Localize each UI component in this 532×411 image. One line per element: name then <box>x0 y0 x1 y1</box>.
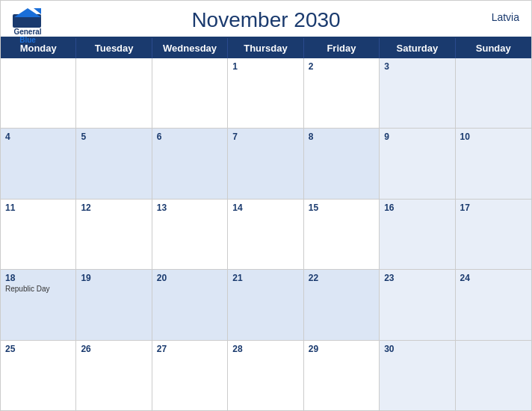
day-number: 20 <box>157 273 223 283</box>
day-cell: 11 <box>1 200 76 269</box>
day-header-wednesday: Wednesday <box>152 38 228 58</box>
day-number: 12 <box>81 203 146 213</box>
day-cell: 30 <box>380 341 455 410</box>
day-number: 27 <box>157 344 223 354</box>
day-cell: 21 <box>228 270 303 339</box>
logo-icon <box>13 7 43 28</box>
day-cell: 14 <box>228 200 303 269</box>
day-number: 2 <box>309 61 374 72</box>
calendar-header: General Blue November 2030 Latvia <box>1 1 531 37</box>
day-number: 29 <box>309 344 374 354</box>
day-number: 28 <box>232 344 298 354</box>
day-cell: 6 <box>152 129 228 198</box>
day-header-thursday: Thursday <box>228 38 303 58</box>
day-cell <box>456 58 531 128</box>
day-cell: 1 <box>228 58 303 128</box>
day-cell: 18Republic Day <box>1 270 76 339</box>
day-header-friday: Friday <box>304 38 380 58</box>
day-number: 16 <box>384 203 450 213</box>
day-number: 22 <box>309 273 374 283</box>
day-number: 7 <box>232 132 298 142</box>
day-number: 18 <box>5 273 71 283</box>
day-number: 5 <box>81 132 146 142</box>
week-row: 18Republic Day192021222324 <box>1 270 531 340</box>
day-cell: 15 <box>304 200 380 269</box>
day-cell: 25 <box>1 341 76 410</box>
day-cell: 26 <box>76 341 152 410</box>
day-cell: 17 <box>456 200 531 269</box>
day-cell: 16 <box>380 200 455 269</box>
day-cell: 24 <box>456 270 531 339</box>
week-row: 11121314151617 <box>1 200 531 270</box>
logo-general: General <box>13 28 41 36</box>
day-cell: 8 <box>304 129 380 198</box>
day-number: 3 <box>384 61 450 72</box>
day-cell: 20 <box>152 270 228 339</box>
day-cell: 22 <box>304 270 380 339</box>
day-number: 17 <box>460 203 527 213</box>
calendar: General Blue November 2030 Latvia Monday… <box>0 0 532 411</box>
day-number: 26 <box>81 344 146 354</box>
day-number: 9 <box>384 132 450 142</box>
day-cell <box>1 58 76 128</box>
day-cell: 7 <box>228 129 303 198</box>
day-number: 10 <box>460 132 527 142</box>
week-row: 45678910 <box>1 129 531 199</box>
week-row: 252627282930 <box>1 341 531 410</box>
day-cell: 3 <box>380 58 455 128</box>
day-header-sunday: Sunday <box>456 38 531 58</box>
day-number: 15 <box>309 203 374 213</box>
logo-blue: Blue <box>19 36 36 44</box>
day-cell: 4 <box>1 129 76 198</box>
day-number: 14 <box>232 203 298 213</box>
day-cell <box>152 58 228 128</box>
day-cell <box>76 58 152 128</box>
day-cell: 19 <box>76 270 152 339</box>
day-number: 23 <box>384 273 450 283</box>
day-number: 1 <box>232 61 298 72</box>
calendar-grid: MondayTuesdayWednesdayThursdayFridaySatu… <box>1 37 531 410</box>
day-number: 30 <box>384 344 450 354</box>
day-cell: 13 <box>152 200 228 269</box>
logo: General Blue <box>13 7 43 44</box>
day-number: 13 <box>157 203 223 213</box>
day-number: 6 <box>157 132 223 142</box>
day-number: 24 <box>460 273 527 283</box>
day-header-saturday: Saturday <box>380 38 455 58</box>
country-label: Latvia <box>492 11 519 23</box>
day-cell: 27 <box>152 341 228 410</box>
week-row: 123 <box>1 58 531 129</box>
day-cell: 10 <box>456 129 531 198</box>
day-headers-row: MondayTuesdayWednesdayThursdayFridaySatu… <box>1 38 531 58</box>
day-cell: 23 <box>380 270 455 339</box>
day-number: 21 <box>232 273 298 283</box>
day-cell: 9 <box>380 129 455 198</box>
holiday-label: Republic Day <box>5 285 71 294</box>
day-cell: 2 <box>304 58 380 128</box>
day-cell: 5 <box>76 129 152 198</box>
day-header-tuesday: Tuesday <box>76 38 152 58</box>
day-cell: 12 <box>76 200 152 269</box>
day-cell <box>456 341 531 410</box>
calendar-title: November 2030 <box>191 8 340 32</box>
day-number: 11 <box>5 203 71 213</box>
day-number: 4 <box>5 132 71 142</box>
day-cell: 29 <box>304 341 380 410</box>
weeks-container: 123456789101112131415161718Republic Day1… <box>1 58 531 410</box>
day-cell: 28 <box>228 341 303 410</box>
day-number: 8 <box>309 132 374 142</box>
day-number: 25 <box>5 344 71 354</box>
day-number: 19 <box>81 273 146 283</box>
